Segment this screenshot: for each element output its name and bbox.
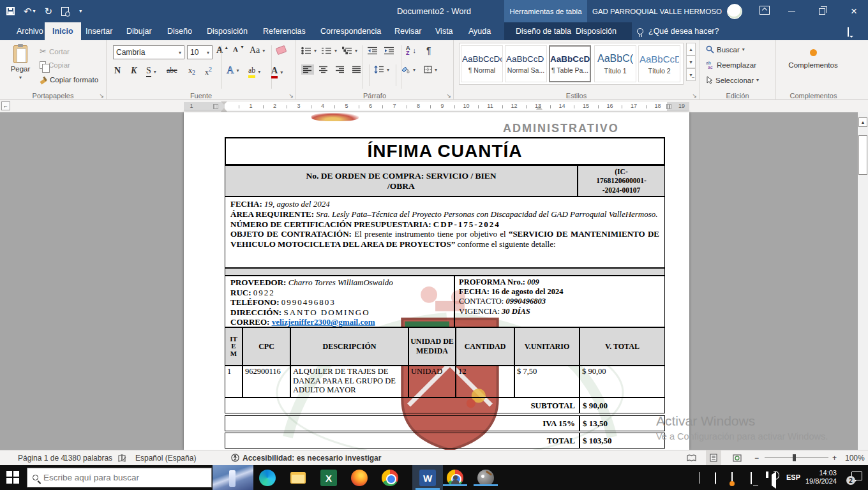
save-button[interactable]: [6, 7, 15, 15]
style-titulo-1[interactable]: AaBbC( Título 1: [594, 45, 636, 82]
text-effects-button[interactable]: A▾: [227, 64, 239, 76]
paste-button[interactable]: Pegar ▾: [5, 45, 36, 80]
news-widget-thumbnail[interactable]: [213, 465, 253, 490]
superscript-button[interactable]: x2: [205, 66, 212, 77]
style-table-paragraph[interactable]: AaBbCcD ¶ Table Pa...: [549, 45, 591, 82]
tray-network-icon[interactable]: [751, 473, 752, 484]
cut-button[interactable]: ✂ Cortar: [40, 47, 70, 56]
styles-dialog-launcher[interactable]: ↘: [692, 93, 697, 99]
ribbon-display-options-button[interactable]: [760, 6, 770, 15]
font-size-combobox[interactable]: 10▾: [187, 45, 213, 59]
italic-button[interactable]: K: [131, 66, 137, 76]
close-button[interactable]: ×: [842, 0, 865, 22]
align-left-button[interactable]: [301, 64, 314, 75]
style-normal-sa[interactable]: AaBbCcD dE Normal Sa...: [505, 45, 547, 82]
zoom-level[interactable]: 100%: [845, 450, 865, 465]
read-mode-button[interactable]: [683, 450, 700, 465]
word-taskbar-button[interactable]: W: [412, 465, 443, 490]
font-dialog-launcher[interactable]: ↘: [288, 93, 294, 99]
account-avatar[interactable]: [727, 4, 742, 19]
language-switcher[interactable]: ESP: [786, 473, 800, 481]
borders-button[interactable]: ▾: [424, 66, 437, 73]
font-name-combobox[interactable]: Cambria▾: [113, 45, 184, 59]
provider-email-link[interactable]: velizjeniffer2300@gmail.com: [272, 317, 375, 327]
show-marks-button[interactable]: ¶: [426, 45, 431, 56]
highlight-color-button[interactable]: ab▾: [248, 66, 260, 78]
print-layout-button[interactable]: [706, 450, 721, 465]
start-button[interactable]: [6, 471, 19, 484]
bullets-button[interactable]: ▾: [301, 47, 317, 55]
copy-button[interactable]: Copiar: [40, 61, 70, 69]
find-button[interactable]: Buscar▾: [706, 45, 745, 54]
tab-referencias[interactable]: Referencias: [255, 22, 313, 40]
tray-expand-button[interactable]: [700, 473, 700, 484]
multilevel-list-button[interactable]: ▾: [342, 47, 357, 55]
underline-button[interactable]: S▾: [146, 66, 156, 77]
shrink-font-button[interactable]: A▼: [233, 45, 244, 53]
customize-qat-button[interactable]: ▾: [78, 8, 82, 14]
numbering-button[interactable]: ▾: [322, 47, 337, 55]
sort-button[interactable]: AZ↓: [406, 45, 416, 56]
styles-scroll-down-button[interactable]: ▼: [686, 56, 696, 68]
language-indicator[interactable]: Español (España): [135, 450, 196, 465]
tab-ayuda[interactable]: Ayuda: [461, 22, 498, 40]
align-right-button[interactable]: [336, 66, 345, 73]
ruler-table-marker-right[interactable]: [666, 104, 671, 109]
account-area[interactable]: GAD PARROQUIAL VALLE HERMOSO: [592, 0, 742, 22]
taskbar-search-box[interactable]: [27, 468, 212, 487]
styles-more-button[interactable]: ▼̲: [686, 68, 696, 81]
excel-taskbar-icon[interactable]: X: [320, 470, 337, 486]
tab-insertar[interactable]: Insertar: [78, 22, 120, 40]
word-count[interactable]: 1380 palabras: [64, 450, 112, 465]
taskbar-clock[interactable]: 14:03 19/8/2024: [805, 469, 837, 486]
clipboard-dialog-launcher[interactable]: ↘: [99, 93, 104, 99]
addins-button[interactable]: Complementos: [784, 49, 842, 69]
minimize-button[interactable]: [780, 0, 803, 22]
tab-correspondencia[interactable]: Correspondencia: [313, 22, 389, 40]
tab-stop-selector[interactable]: ⌐: [1, 101, 10, 110]
tab-dibujar[interactable]: Dibujar: [119, 22, 160, 40]
page-indicator[interactable]: Página 1 de 4: [18, 450, 65, 465]
tab-inicio[interactable]: Inicio: [45, 22, 81, 40]
print-preview-button[interactable]: [61, 7, 69, 16]
decrease-indent-button[interactable]: [368, 47, 378, 55]
styles-scroll-up-button[interactable]: ▲: [686, 43, 696, 56]
subscript-button[interactable]: x2: [188, 66, 195, 76]
scrollbar-thumb[interactable]: [858, 135, 867, 175]
style-normal[interactable]: AaBbCcDc ¶ Normal: [461, 45, 503, 82]
style-titulo-2[interactable]: AaBbCcD Título 2: [638, 45, 680, 82]
format-painter-button[interactable]: Copiar formato: [40, 76, 98, 84]
gimp-taskbar-icon[interactable]: [477, 470, 494, 486]
font-color-button[interactable]: A▾: [271, 66, 283, 78]
tab-revisar[interactable]: Revisar: [387, 22, 429, 40]
action-center-button[interactable]: 2: [851, 471, 862, 480]
vertical-scrollbar[interactable]: ▲: [858, 112, 868, 450]
restore-button[interactable]: [811, 0, 834, 22]
tab-disposicion-tabla[interactable]: Disposición: [568, 22, 624, 40]
tab-vista[interactable]: Vista: [428, 22, 461, 40]
web-layout-button[interactable]: [729, 450, 745, 465]
ruler-scale[interactable]: 1 12345678910111213141516171819: [184, 102, 689, 111]
accessibility-status[interactable]: Accesibilidad: es necesario investigar: [231, 450, 381, 465]
proofing-status[interactable]: [118, 450, 126, 465]
justify-button[interactable]: [352, 66, 361, 73]
tab-disposicion[interactable]: Disposición: [199, 22, 255, 40]
zoom-in-button[interactable]: +: [832, 450, 837, 465]
tray-app-badge-icon[interactable]: [731, 473, 733, 484]
grow-font-button[interactable]: A▲: [216, 45, 228, 56]
align-center-button[interactable]: [319, 66, 328, 73]
file-explorer-taskbar-icon[interactable]: [290, 470, 306, 486]
shading-button[interactable]: ▾: [401, 66, 415, 73]
scroll-up-button[interactable]: ▲: [858, 117, 867, 127]
clear-formatting-button[interactable]: [276, 47, 286, 54]
change-case-button[interactable]: Aa▾: [250, 45, 265, 56]
strikethrough-button[interactable]: abc: [167, 66, 177, 75]
increase-indent-button[interactable]: [384, 47, 394, 55]
tray-volume-icon[interactable]: [768, 475, 776, 486]
taskbar-search-input[interactable]: [43, 473, 190, 482]
zoom-slider-handle[interactable]: [793, 454, 796, 461]
document-page[interactable]: ADMINISTRATIVO ÍNFIMA CUANTÍA: [184, 112, 689, 450]
firefox-taskbar-icon[interactable]: [351, 470, 368, 486]
chrome-taskbar-icon[interactable]: [382, 470, 398, 486]
comments-button[interactable]: [848, 27, 849, 36]
